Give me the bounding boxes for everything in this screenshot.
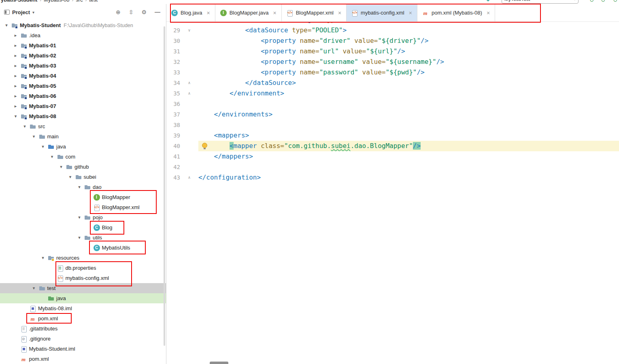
tree-item-idea[interactable]: ▸.idea	[0, 30, 166, 40]
chevron-right-icon[interactable]: ▸	[13, 33, 19, 38]
locate-file-icon[interactable]: ⊕	[116, 9, 121, 15]
tree-item-resources[interactable]: ▾resources	[0, 253, 166, 263]
chevron-down-icon[interactable]: ▾	[40, 144, 46, 149]
code-line-39[interactable]: 39<mappers>	[166, 130, 619, 141]
chevron-down-icon[interactable]: ▾	[76, 235, 83, 240]
chevron-right-icon[interactable]: ▸	[13, 43, 19, 48]
tree-item-mybatis-03[interactable]: ▸Mybatis-03	[0, 61, 166, 71]
tab-blog-java[interactable]: CBlog.java×	[166, 4, 215, 21]
tree-item-mybatis-student[interactable]: ▾Mybatis-StudentF:\Java\Github\Mybatis-S…	[0, 20, 166, 30]
fold-end-icon[interactable]: ∧	[180, 78, 198, 88]
services-icon[interactable]: ✦	[486, 0, 490, 3]
tree-item-mybatis-08-iml[interactable]: Mybatis-08.iml	[0, 303, 166, 313]
tree-item-db-properties[interactable]: db.properties	[0, 263, 166, 273]
tree-item-pojo[interactable]: ▾pojo	[0, 212, 166, 222]
chevron-right-icon[interactable]: ▸	[13, 83, 19, 89]
fold-end-icon[interactable]: ∧	[180, 88, 198, 99]
tree-item-mybatis-config-xml[interactable]: mybatis-config.xml	[0, 273, 166, 283]
chevron-down-icon[interactable]: ▾	[31, 134, 37, 139]
code-line-40[interactable]: 40<mapper class="com.github.subei.dao.Bl…	[166, 141, 619, 151]
code-editor[interactable]: 28<transactionManager type="JDBC"/>29∨<d…	[166, 22, 619, 364]
hide-panel-icon[interactable]: —	[155, 9, 160, 15]
close-icon[interactable]: ×	[206, 10, 210, 16]
tree-item-mybatis-01[interactable]: ▸Mybatis-01	[0, 40, 166, 51]
tab-pom-xml-mybatis-08[interactable]: pom.xml (Mybatis-08)×	[417, 4, 495, 21]
chevron-down-icon[interactable]: ▾	[67, 174, 74, 180]
chevron-down-icon[interactable]: ▾	[31, 286, 37, 291]
chevron-down-icon[interactable]: ▾	[40, 255, 46, 260]
chevron-down-icon[interactable]: ▾	[21, 124, 28, 129]
tree-item-mybatis-student-iml[interactable]: Mybatis-Student.iml	[0, 344, 166, 354]
chevron-right-icon[interactable]: ▸	[13, 104, 19, 109]
code-line-29[interactable]: 29∨<dataSource type="POOLED">	[166, 25, 619, 36]
chevron-down-icon[interactable]: ▾	[3, 23, 10, 28]
tab-mybatis-config-xml[interactable]: mybatis-config.xml×	[347, 4, 417, 21]
debug-icon[interactable]: ↻	[601, 0, 605, 3]
chevron-right-icon[interactable]: ▸	[13, 73, 19, 78]
intention-bulb-icon[interactable]	[202, 143, 207, 148]
tree-item-dao[interactable]: ▾dao	[0, 182, 166, 192]
tree-item-pom-xml[interactable]: pom.xml	[0, 354, 166, 364]
chevron-down-icon[interactable]: ▾	[13, 114, 19, 119]
close-icon[interactable]: ×	[409, 10, 412, 16]
code-line-37[interactable]: 37</environments>	[166, 109, 619, 120]
breadcrumb-item-test[interactable]: test	[89, 0, 98, 3]
tree-item-com[interactable]: ▾com	[0, 152, 166, 162]
chevron-down-icon[interactable]: ▾	[32, 10, 34, 15]
tree-item-blog[interactable]: CBlog	[0, 222, 166, 233]
tree-item-utils[interactable]: ▾utils	[0, 233, 166, 243]
coverage-icon[interactable]: ↻	[613, 0, 617, 3]
tree-item-mybatis-06[interactable]: ▸Mybatis-06	[0, 91, 166, 101]
panel-title[interactable]: Project	[12, 9, 30, 15]
chevron-right-icon[interactable]: ▸	[13, 53, 19, 58]
chevron-right-icon[interactable]: ▸	[13, 63, 19, 68]
tree-item-java[interactable]: ▾java	[0, 142, 166, 152]
tree-item-mybatis-07[interactable]: ▸Mybatis-07	[0, 101, 166, 111]
fold-start-icon[interactable]: ∨	[180, 25, 198, 36]
gear-icon[interactable]: ⚙	[141, 9, 147, 15]
breadcrumb-item-ybatis-student[interactable]: ybatis-Student	[1, 0, 37, 3]
tree-item-mybatisutils[interactable]: CMybatisUtils	[0, 243, 166, 253]
tree-item-github[interactable]: ▾github	[0, 162, 166, 172]
tree-item-pom-xml[interactable]: pom.xml	[0, 313, 166, 324]
code-line-42[interactable]: 42	[166, 162, 619, 172]
tree-item-src[interactable]: ▾src	[0, 121, 166, 131]
tree-item-gitignore[interactable]: .gitignore	[0, 334, 166, 344]
code-line-38[interactable]: 38	[166, 120, 619, 130]
fold-end-icon[interactable]: ∧	[180, 172, 198, 183]
tree-item-blogmapper[interactable]: IBlogMapper	[0, 192, 166, 202]
chevron-down-icon[interactable]: ▾	[49, 154, 55, 159]
close-icon[interactable]: ×	[487, 10, 490, 16]
run-configuration-select[interactable]: MyTestITest ▾	[502, 0, 579, 4]
code-line-34[interactable]: 34∧</dataSource>	[166, 78, 619, 88]
tree-item-mybatis-04[interactable]: ▸Mybatis-04	[0, 71, 166, 81]
close-icon[interactable]: ×	[273, 10, 277, 16]
code-line-43[interactable]: 43∧</configuration>	[166, 172, 619, 183]
chevron-right-icon[interactable]: ▸	[13, 93, 19, 99]
tree-item-blogmapper-xml[interactable]: BlogMapper.xml	[0, 202, 166, 212]
breadcrumb-item-mybatis-08[interactable]: Mybatis-08	[44, 0, 70, 3]
code-line-31[interactable]: 31<property name="url" value="${url}"/>	[166, 46, 619, 57]
chevron-down-icon[interactable]: ▾	[76, 215, 83, 220]
code-line-41[interactable]: 41</mappers>	[166, 151, 619, 162]
code-line-32[interactable]: 32<property name="username" value="${use…	[166, 57, 619, 67]
code-line-33[interactable]: 33<property name="password" value="${pwd…	[166, 67, 619, 78]
collapse-all-icon[interactable]: ⇳	[129, 9, 134, 15]
tree-item-main[interactable]: ▾main	[0, 131, 166, 142]
tab-blogmapper-xml[interactable]: BlogMapper.xml×	[282, 4, 347, 21]
tree-item-mybatis-05[interactable]: ▸Mybatis-05	[0, 81, 166, 91]
tree-item-mybatis-08[interactable]: ▾Mybatis-08	[0, 111, 166, 121]
code-line-36[interactable]: 36	[166, 99, 619, 109]
chevron-down-icon[interactable]: ▾	[58, 164, 64, 169]
tree-item-java[interactable]: java	[0, 293, 166, 303]
tree-item-gitattributes[interactable]: .gitattributes	[0, 324, 166, 334]
tree-item-mybatis-02[interactable]: ▸Mybatis-02	[0, 51, 166, 61]
code-line-35[interactable]: 35∧</environment>	[166, 88, 619, 99]
tree-item-subei[interactable]: ▾subei	[0, 172, 166, 182]
project-tree-scrollbar[interactable]	[164, 26, 165, 346]
breadcrumb-item-src[interactable]: src	[76, 0, 83, 3]
close-icon[interactable]: ×	[338, 10, 341, 16]
run-icon[interactable]: ↻	[589, 0, 594, 3]
chevron-down-icon[interactable]: ▾	[76, 184, 83, 190]
tree-item-test[interactable]: ▾test	[0, 283, 166, 293]
